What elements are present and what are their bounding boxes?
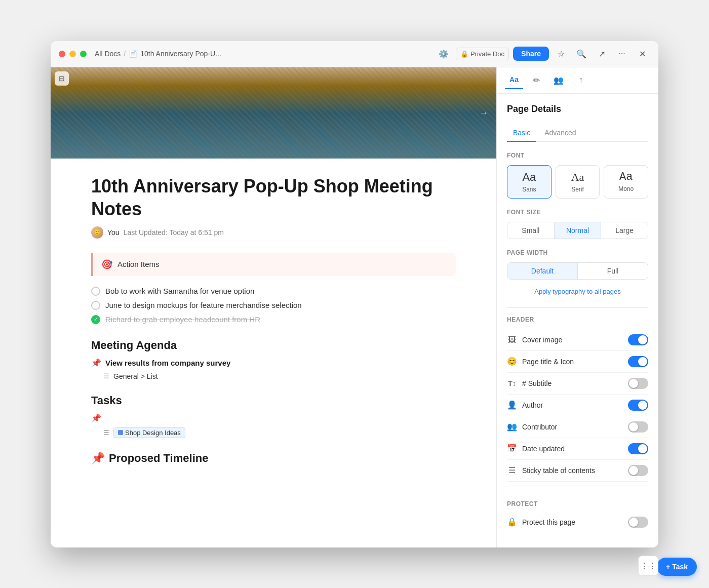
tab-advanced[interactable]: Advanced bbox=[538, 125, 582, 142]
close-button[interactable] bbox=[59, 51, 65, 57]
right-panel: Aa ✏ 👥 ↑ Page Details Basic Advanced Fon… bbox=[496, 67, 658, 547]
agenda-title-tasks: 📌 bbox=[91, 413, 456, 423]
agenda-text-survey: View results from company survey bbox=[105, 359, 230, 367]
font-label: Font bbox=[507, 152, 648, 159]
size-large[interactable]: Large bbox=[601, 222, 648, 239]
settings-icon[interactable]: ⚙️ bbox=[436, 46, 452, 62]
todo-text-3: Richard to grab employee headcount from … bbox=[105, 315, 260, 324]
font-preview-sans: Aa bbox=[522, 171, 536, 184]
doc-title: 10th Anniversary Pop-Up Shop Meeting Not… bbox=[91, 175, 456, 220]
font-preview-mono: Aa bbox=[619, 171, 633, 183]
toggle-cover-image: 🖼 Cover image bbox=[507, 329, 648, 351]
panel-tool-text[interactable]: Aa bbox=[505, 71, 523, 89]
size-small[interactable]: Small bbox=[507, 222, 555, 239]
bullet-text-general: General > List bbox=[113, 372, 158, 380]
todo-text-1: Bob to work with Samantha for venue opti… bbox=[105, 287, 254, 295]
breadcrumb-doc-title[interactable]: 10th Anniversary Pop-U... bbox=[140, 50, 221, 58]
bullet-icon-shopdesign: ☰ bbox=[103, 429, 109, 437]
toggle-subtitle: T↕ # Subtitle bbox=[507, 373, 648, 395]
search-icon[interactable]: 🔍 bbox=[573, 46, 589, 62]
panel-toolbar: Aa ✏ 👥 ↑ bbox=[497, 67, 658, 94]
date-updated-icon: 📅 bbox=[507, 444, 517, 453]
tag-dot bbox=[118, 430, 123, 435]
divider-1 bbox=[507, 307, 648, 308]
divider-2 bbox=[507, 486, 648, 486]
agenda-item-tasks: 📌 ☰ Shop Design Ideas bbox=[91, 413, 456, 440]
toggle-contributor: 👥 Contributor bbox=[507, 416, 648, 438]
page-title-icon: 😊 bbox=[507, 357, 517, 366]
bullet-icon-general: ☰ bbox=[103, 372, 109, 380]
close-icon[interactable]: ✕ bbox=[634, 46, 650, 62]
toggle-cover-image-left: 🖼 Cover image bbox=[507, 335, 562, 344]
font-option-sans[interactable]: Aa Sans bbox=[507, 165, 552, 199]
protect-icon: 🔒 bbox=[507, 517, 517, 527]
content-area: ⊟ → 10th Anniversary Pop-Up Shop Meeting… bbox=[51, 67, 496, 547]
page-title-toggle[interactable] bbox=[628, 356, 648, 367]
grid-button[interactable]: ⋮⋮ bbox=[638, 556, 658, 576]
subtitle-toggle[interactable] bbox=[628, 378, 648, 389]
toggle-author-left: 👤 Author bbox=[507, 400, 543, 410]
toggle-sticky-toc: ☰ Sticky table of contents bbox=[507, 460, 648, 482]
author-toggle[interactable] bbox=[628, 400, 648, 411]
panel-tool-export[interactable]: ↑ bbox=[572, 71, 590, 89]
apply-typography-link[interactable]: Apply typography to all pages bbox=[507, 288, 648, 295]
size-options: Small Normal Large bbox=[507, 222, 648, 239]
title-bar-actions: ⚙️ 🔒 Private Doc Share ☆ 🔍 ↗ ··· ✕ bbox=[436, 46, 650, 62]
panel-tool-paint[interactable]: ✏ bbox=[527, 71, 545, 89]
main-layout: ⊟ → 10th Anniversary Pop-Up Shop Meeting… bbox=[51, 67, 658, 547]
contributor-icon: 👥 bbox=[507, 422, 517, 432]
cover-scroll-arrow: → bbox=[479, 107, 488, 118]
author-name: You bbox=[107, 228, 120, 237]
sticky-toc-icon: ☰ bbox=[507, 465, 517, 475]
toggle-page-title-left: 😊 Page title & Icon bbox=[507, 357, 574, 366]
share-button[interactable]: Share bbox=[513, 47, 549, 61]
toggle-date-updated: 📅 Date updated bbox=[507, 438, 648, 460]
maximize-button[interactable] bbox=[80, 51, 87, 57]
contributor-toggle[interactable] bbox=[628, 421, 648, 433]
author-avatar: 🙂 bbox=[91, 226, 103, 239]
todo-checkbox-3[interactable]: ✓ bbox=[91, 315, 100, 324]
todo-item-1: Bob to work with Samantha for venue opti… bbox=[91, 284, 456, 298]
last-updated: Last Updated: Today at 6:51 pm bbox=[124, 228, 224, 237]
star-icon[interactable]: ☆ bbox=[553, 46, 569, 62]
todo-list: Bob to work with Samantha for venue opti… bbox=[91, 284, 456, 327]
author-icon: 👤 bbox=[507, 400, 517, 410]
todo-checkbox-1[interactable] bbox=[91, 287, 100, 296]
export-icon[interactable]: ↗ bbox=[594, 46, 610, 62]
width-default[interactable]: Default bbox=[507, 263, 578, 279]
breadcrumb-separator: / bbox=[124, 50, 126, 58]
toggle-protect-page: 🔒 Protect this page bbox=[507, 512, 648, 533]
bullet-list-survey: ☰ General > List bbox=[91, 371, 456, 382]
task-button[interactable]: + Task bbox=[657, 558, 697, 576]
section-heading-agenda: Meeting Agenda bbox=[91, 339, 456, 352]
tab-bar: Basic Advanced bbox=[507, 125, 648, 142]
toggle-author: 👤 Author bbox=[507, 395, 648, 416]
panel-title: Page Details bbox=[507, 104, 648, 114]
bullet-list-tasks: ☰ Shop Design Ideas bbox=[91, 426, 456, 440]
minimize-button[interactable] bbox=[69, 51, 76, 57]
tag-text: Shop Design Ideas bbox=[125, 429, 181, 437]
width-full[interactable]: Full bbox=[578, 263, 648, 279]
sticky-toc-toggle[interactable] bbox=[628, 465, 648, 476]
font-option-mono[interactable]: Aa Mono bbox=[604, 165, 648, 199]
callout-text: Action Items bbox=[117, 260, 160, 268]
toggle-sticky-toc-left: ☰ Sticky table of contents bbox=[507, 465, 595, 475]
width-options: Default Full bbox=[507, 262, 648, 280]
font-option-serif[interactable]: Aa Serif bbox=[556, 165, 600, 199]
cover-image-toggle[interactable] bbox=[628, 334, 648, 345]
more-icon[interactable]: ··· bbox=[614, 46, 630, 62]
todo-checkbox-2[interactable] bbox=[91, 301, 100, 310]
panel-tool-share[interactable]: 👥 bbox=[549, 71, 568, 89]
size-normal[interactable]: Normal bbox=[555, 222, 602, 239]
tab-basic[interactable]: Basic bbox=[507, 125, 536, 142]
tag-badge-shopdesign[interactable]: Shop Design Ideas bbox=[113, 427, 185, 438]
private-badge[interactable]: 🔒 Private Doc bbox=[456, 48, 509, 60]
subtitle-label: # Subtitle bbox=[522, 379, 552, 387]
protect-toggle[interactable] bbox=[628, 517, 648, 528]
breadcrumb-all-docs[interactable]: All Docs bbox=[95, 50, 121, 58]
font-options: Aa Sans Aa Serif Aa Mono bbox=[507, 165, 648, 199]
cover-image-label: Cover image bbox=[522, 336, 562, 344]
date-updated-toggle[interactable] bbox=[628, 443, 648, 454]
toggle-protect-left: 🔒 Protect this page bbox=[507, 517, 575, 527]
sidebar-toggle[interactable]: ⊟ bbox=[55, 71, 69, 86]
